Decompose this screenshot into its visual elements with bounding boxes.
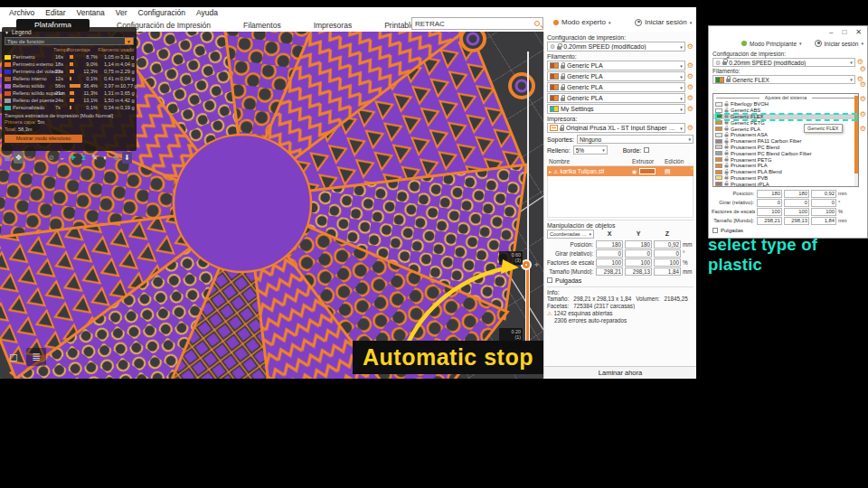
dropdown-item[interactable]: Prusament PLA <box>713 163 858 169</box>
feature-type-select[interactable]: Tipo de función▼ <box>5 37 134 45</box>
value-x-input[interactable]: 180 <box>757 190 782 198</box>
menu-item[interactable]: Ventana <box>77 8 105 17</box>
object-list-area[interactable] <box>547 176 693 218</box>
value-y-input[interactable]: 100 <box>784 208 809 216</box>
value-y-input[interactable]: 180 <box>784 190 809 198</box>
stealth-mode-button[interactable]: Mostrar modo silencioso <box>5 135 82 143</box>
toolbar-icon[interactable]: ≈ <box>24 152 34 164</box>
gear-icon[interactable]: ⚙ <box>860 66 866 73</box>
toolbar-icon[interactable]: ✎ <box>90 152 99 164</box>
gear-icon[interactable]: ⚙ <box>687 95 693 102</box>
toolbar-icon[interactable]: ⋙ <box>35 152 45 164</box>
infill-select[interactable]: 5%▾ <box>573 145 608 155</box>
supports-select[interactable]: Ninguno▾ <box>577 135 693 144</box>
menu-item[interactable]: Ver <box>116 8 127 17</box>
value-z-input[interactable]: 1,84 <box>654 267 681 276</box>
filament-select[interactable]: My Settings ▾ <box>547 104 685 114</box>
tab-filaments[interactable]: Filamentos <box>238 19 287 32</box>
value-z-input[interactable]: 0 <box>654 249 681 258</box>
gear-icon[interactable]: ⚙ <box>860 126 866 133</box>
print-settings-select[interactable]: ⚙ 0.20mm SPEED (modificado) ▾ <box>712 58 855 67</box>
preview-view-icon[interactable]: ≣ <box>26 348 46 366</box>
dropdown-item[interactable]: Prusament rPLA <box>713 181 858 187</box>
brim-checkbox[interactable] <box>644 147 649 153</box>
tab-printers[interactable]: Impresoras <box>308 19 358 32</box>
inches-checkbox[interactable] <box>547 277 552 283</box>
toolbar-icon[interactable]: ⊘ <box>46 152 56 164</box>
value-z-input[interactable]: 0,92 <box>654 240 681 249</box>
value-y-input[interactable]: 298,13 <box>625 267 652 276</box>
search-box[interactable] <box>411 17 543 30</box>
toolbar-icon[interactable]: ▦ <box>3 152 13 164</box>
dropdown-item[interactable]: Prusament PVB <box>713 175 858 182</box>
dropdown-item[interactable]: Prusament PA11 Carbon Fiber <box>713 138 858 145</box>
menu-item[interactable]: Ayuda <box>196 8 218 17</box>
value-z-input[interactable]: 100 <box>654 258 681 267</box>
gear-icon[interactable]: ⚙ <box>687 43 693 51</box>
toolbar-icon[interactable]: ✥ <box>14 152 24 164</box>
menu-item[interactable]: Archivo <box>9 8 34 17</box>
gear-icon[interactable]: ⚙ <box>860 111 866 118</box>
filament-select[interactable]: Generic PLA ▾ <box>547 82 685 92</box>
value-x-input[interactable]: 0 <box>757 199 782 207</box>
value-x-input[interactable]: 0 <box>596 249 623 258</box>
eye-icon[interactable]: ◉ <box>632 168 637 174</box>
dropdown-scrollbar[interactable] <box>854 94 858 186</box>
value-y-input[interactable]: 298,13 <box>784 217 809 225</box>
gear-icon[interactable]: ⚙ <box>860 96 866 103</box>
layer-slider-track[interactable] <box>527 52 529 265</box>
value-x-input[interactable]: 100 <box>596 258 623 267</box>
menu-item[interactable]: Configuración <box>138 8 185 17</box>
extruder-color-chip[interactable] <box>639 168 656 174</box>
gear-icon[interactable]: ⚙ <box>860 81 866 89</box>
value-x-input[interactable]: 100 <box>757 208 782 216</box>
toolbar-icon[interactable]: ⚙ <box>111 152 121 164</box>
toolbar-icon[interactable]: ⬇ <box>122 152 132 164</box>
object-row[interactable]: ▸ ⚠ kartka Tulipan.stl ◉ ▤ <box>547 166 693 176</box>
mode-selector[interactable]: Modo experto ▾ <box>553 18 610 26</box>
search-icon[interactable] <box>534 21 540 26</box>
toolbar-icon[interactable]: ✚ <box>68 152 78 164</box>
maximize-button[interactable]: □ <box>842 28 846 36</box>
coordinates-select[interactable]: Coordenadas mundi...▾ <box>547 230 594 239</box>
value-y-input[interactable]: 0 <box>625 249 652 258</box>
mode-label[interactable]: Modo Principiante <box>750 41 797 47</box>
edit-object-icon[interactable]: ▤ <box>665 168 692 175</box>
login-button[interactable]: Iniciar sesión ▾ <box>635 18 692 26</box>
printer-select[interactable]: Original Prusa XL - ST Input Shaper 0.4 … <box>547 123 685 133</box>
slice-now-button[interactable]: Laminar ahora <box>544 366 696 379</box>
toolbar-icon[interactable]: ◒ <box>57 152 67 164</box>
gear-icon[interactable]: ⚙ <box>687 106 693 113</box>
layer-edit-icon[interactable]: ✛ <box>534 261 539 267</box>
toolbar-icon[interactable]: ◐ <box>100 152 110 164</box>
dropdown-item[interactable]: Prusament PETG <box>713 156 858 163</box>
value-y-input[interactable]: 0 <box>784 199 809 207</box>
gear-icon[interactable]: ⚙ <box>687 84 693 91</box>
value-z-input[interactable]: 0,92 <box>811 190 836 198</box>
value-z-input[interactable]: 100 <box>811 208 836 216</box>
search-input[interactable] <box>415 20 534 28</box>
filament-select[interactable]: Generic PLA ▾ <box>547 71 685 81</box>
value-y-input[interactable]: 180 <box>625 240 652 249</box>
menu-item[interactable]: Editar <box>45 8 65 17</box>
value-x-input[interactable]: 298,21 <box>596 267 623 276</box>
print-settings-select[interactable]: ⚙ 0.20mm SPEED (modificado) ▾ <box>547 42 685 52</box>
dropdown-item[interactable]: Fiberlogy BVOH <box>713 101 858 108</box>
dropdown-item[interactable]: Prusament ASA <box>713 132 858 138</box>
value-x-input[interactable]: 180 <box>596 240 623 249</box>
dropdown-item[interactable]: Prusament PLA Blend <box>713 169 858 175</box>
gear-icon[interactable]: ⚙ <box>687 125 693 132</box>
dropdown-item[interactable]: Prusament PC Blend <box>713 145 858 151</box>
gear-icon[interactable]: ⚙ <box>687 73 693 80</box>
filament-select[interactable]: Generic FLEX ▾ <box>712 75 855 84</box>
close-button[interactable]: ✕ <box>855 28 862 36</box>
value-y-input[interactable]: 100 <box>625 258 652 267</box>
gear-icon[interactable]: ⚙ <box>687 62 693 70</box>
dropdown-item[interactable]: Prusament PC Blend Carbon Fiber <box>713 150 858 156</box>
toolbar-icon[interactable]: ⧗ <box>79 152 89 164</box>
value-x-input[interactable]: 298,21 <box>757 217 782 225</box>
collapse-icon[interactable]: ▼ <box>5 30 9 35</box>
value-z-input[interactable]: 0 <box>811 199 836 207</box>
value-z-input[interactable]: 1,84 <box>811 217 836 225</box>
expander-icon[interactable]: ▸ <box>549 168 552 174</box>
